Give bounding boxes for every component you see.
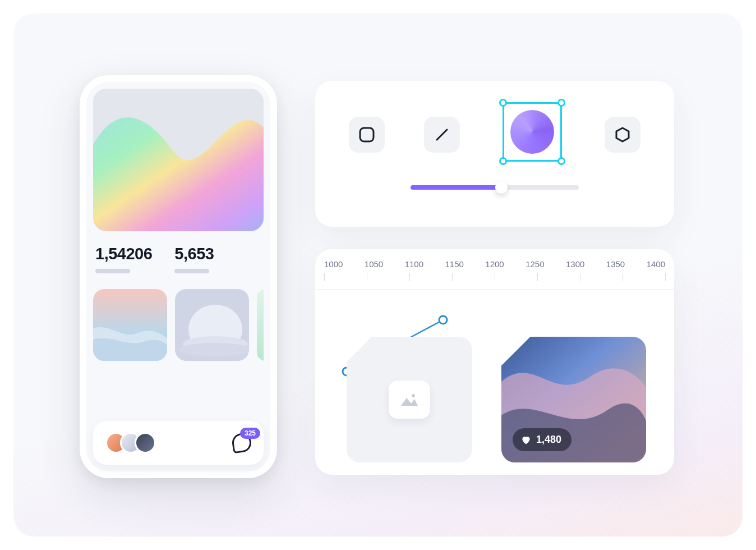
tool-circle-selected[interactable]	[499, 99, 565, 165]
selection-handle[interactable]	[499, 157, 507, 165]
ruler-tick-label: 1250	[525, 259, 544, 269]
ruler-tick-label: 1000	[324, 259, 343, 269]
ruler-tick-label: 1300	[566, 259, 584, 269]
selection-handle[interactable]	[499, 99, 507, 107]
svg-point-5	[179, 343, 249, 356]
selection-handle[interactable]	[557, 157, 565, 165]
hexagon-icon	[614, 126, 631, 143]
square-icon	[358, 126, 375, 143]
tool-line[interactable]	[424, 117, 460, 153]
selection-handle[interactable]	[557, 99, 565, 107]
svg-point-14	[412, 394, 415, 397]
showcase-canvas: 1,54206 5,653	[13, 13, 743, 537]
media-tile[interactable]: 1,480	[501, 337, 646, 462]
tool-square[interactable]	[349, 117, 385, 153]
selection-box	[503, 102, 562, 162]
stat-2: 5,653	[174, 245, 214, 273]
ruler-tick-label: 1400	[647, 259, 665, 269]
stat-2-value: 5,653	[174, 245, 214, 263]
stat-1-value: 1,54206	[95, 245, 152, 263]
svg-point-12	[439, 316, 447, 324]
like-count: 1,480	[536, 434, 561, 446]
ruler-tick-label: 1350	[606, 259, 625, 269]
thumbnail-1[interactable]	[93, 289, 167, 361]
ruler-ticks	[324, 273, 665, 285]
thumbnail-3[interactable]	[257, 289, 264, 361]
tool-hexagon[interactable]	[605, 117, 640, 153]
avatar-stack[interactable]	[105, 432, 156, 453]
shape-tool-card	[315, 81, 674, 227]
heart-icon	[520, 434, 532, 446]
size-slider[interactable]	[411, 185, 579, 190]
stat-2-bar	[174, 269, 209, 273]
timeline-card: 1000 1050 1100 1150 1200 1250 1300 1350 …	[315, 249, 674, 475]
chat-badge: 325	[240, 428, 260, 439]
hero-image	[93, 89, 264, 231]
ruler-tick-label: 1200	[485, 259, 504, 269]
ruler[interactable]: 1000 1050 1100 1150 1200 1250 1300 1350 …	[315, 249, 674, 290]
chat-button[interactable]: 325	[232, 433, 251, 452]
svg-marker-9	[616, 128, 629, 141]
ruler-tick-label: 1150	[445, 259, 463, 269]
slider-fill	[411, 185, 501, 190]
ruler-tick-label: 1100	[405, 259, 423, 269]
line-icon	[434, 126, 450, 143]
stat-1-bar	[95, 269, 130, 273]
image-placeholder-icon	[389, 381, 430, 419]
svg-line-8	[437, 130, 447, 140]
thumbnail-2[interactable]	[175, 289, 249, 361]
upload-tile[interactable]	[347, 337, 472, 462]
stat-1: 1,54206	[95, 245, 152, 273]
stats-row: 1,54206 5,653	[93, 245, 264, 273]
like-pill[interactable]: 1,480	[513, 428, 571, 451]
ruler-tick-label: 1050	[365, 259, 383, 269]
bottom-bar: 325	[93, 421, 264, 465]
thumbnail-row[interactable]	[93, 289, 264, 361]
svg-rect-7	[360, 128, 374, 141]
avatar	[135, 432, 156, 453]
phone-mock: 1,54206 5,653	[80, 75, 277, 478]
slider-knob[interactable]	[495, 181, 508, 194]
svg-rect-6	[257, 289, 264, 361]
